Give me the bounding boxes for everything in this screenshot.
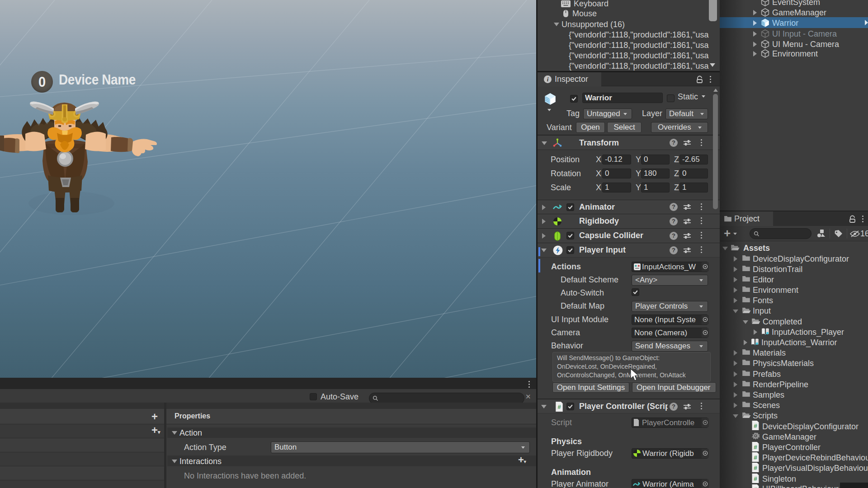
svg-text:#: # — [754, 454, 757, 461]
svg-text:#: # — [754, 486, 757, 488]
svg-text:#: # — [754, 422, 757, 429]
svg-text:#: # — [754, 465, 757, 471]
svg-text:#: # — [754, 444, 757, 450]
svg-text:#: # — [754, 475, 757, 482]
svg-text:#: # — [557, 404, 561, 410]
